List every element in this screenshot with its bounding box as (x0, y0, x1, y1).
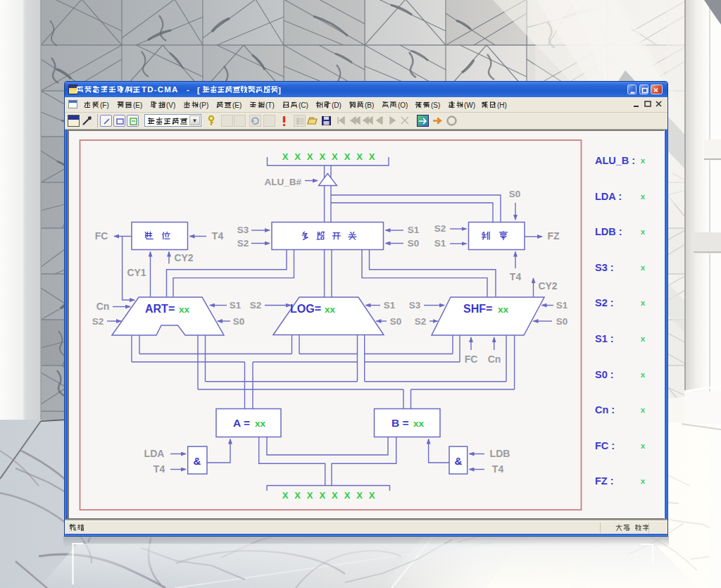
svg-text:S2: S2 (434, 223, 446, 234)
svg-text:X: X (306, 151, 313, 162)
svg-text:S0: S0 (232, 316, 244, 327)
svg-text:X: X (319, 151, 325, 162)
svg-text:X: X (294, 490, 301, 501)
svg-text:xx: xx (498, 304, 509, 315)
svg-text:X: X (368, 490, 375, 501)
svg-text:FC: FC (464, 354, 477, 365)
svg-text:x: x (640, 334, 645, 343)
svg-text:T4: T4 (491, 463, 503, 475)
svg-text:S0: S0 (389, 316, 401, 327)
svg-text:Cn :: Cn : (595, 404, 615, 415)
svg-text:X: X (319, 490, 325, 501)
svg-text:(H): (H) (497, 101, 507, 109)
svg-text:x: x (640, 441, 645, 449)
svg-text:SHF=: SHF= (463, 303, 492, 315)
svg-text:FC: FC (94, 230, 108, 242)
svg-text:S2: S2 (414, 316, 426, 327)
svg-text:xx: xx (179, 304, 190, 315)
svg-text:LDA :: LDA : (595, 190, 622, 201)
svg-text:(P): (P) (199, 101, 208, 109)
svg-text:S1: S1 (383, 300, 395, 311)
svg-text:x: x (640, 192, 645, 200)
svg-text:T4: T4 (153, 463, 165, 475)
svg-text:(B): (B) (365, 101, 374, 109)
svg-text:x: x (640, 156, 645, 165)
svg-text:Cn: Cn (487, 354, 501, 365)
svg-text:x: x (640, 477, 645, 485)
svg-text:X: X (282, 151, 288, 162)
svg-text:(C): (C) (299, 101, 308, 109)
svg-text:x: x (640, 406, 645, 414)
svg-text:]: ] (278, 86, 281, 94)
svg-text:CY1: CY1 (127, 267, 146, 278)
svg-text:X: X (344, 490, 350, 501)
svg-text:(S): (S) (431, 101, 440, 109)
svg-text:FZ: FZ (547, 230, 560, 242)
svg-text:(E): (E) (133, 101, 142, 109)
svg-text:T4: T4 (509, 271, 521, 282)
svg-text:S1: S1 (556, 300, 568, 311)
svg-text:S3: S3 (408, 300, 420, 311)
svg-text:(V): (V) (166, 101, 175, 109)
svg-text:A =: A = (233, 417, 250, 429)
svg-text:LDB: LDB (489, 448, 510, 459)
svg-text:-: - (187, 85, 189, 94)
svg-text:(O): (O) (398, 101, 408, 109)
svg-text:ART=: ART= (145, 303, 175, 315)
svg-text:(T): (T) (265, 101, 275, 109)
svg-text:x: x (640, 370, 645, 378)
svg-text:xx: xx (325, 304, 336, 315)
svg-text:X: X (332, 490, 338, 501)
svg-text:x: x (640, 263, 645, 271)
svg-text:X: X (282, 490, 288, 501)
svg-text:B =: B = (391, 417, 409, 429)
svg-text:x: x (640, 299, 645, 307)
svg-text:X: X (294, 151, 301, 162)
svg-text:S3 :: S3 : (595, 261, 614, 273)
svg-text:FZ :: FZ : (595, 475, 614, 487)
svg-text:S2: S2 (92, 316, 104, 327)
svg-text:S0 :: S0 : (595, 368, 614, 380)
svg-text:S2: S2 (249, 300, 261, 311)
svg-text:X: X (344, 151, 350, 162)
svg-text:S0: S0 (407, 238, 419, 249)
svg-text:S0: S0 (508, 189, 520, 199)
svg-text:S3: S3 (237, 225, 249, 235)
svg-text:LOG=: LOG= (290, 303, 321, 315)
svg-text:Cn: Cn (96, 301, 109, 312)
svg-text:LDB :: LDB : (595, 226, 622, 237)
svg-text:xx: xx (413, 418, 425, 429)
svg-text:LDA: LDA (144, 448, 164, 459)
svg-text:S1: S1 (434, 238, 446, 249)
svg-text:(E): (E) (232, 101, 242, 109)
svg-text:CY2: CY2 (174, 252, 193, 263)
svg-text:T4: T4 (211, 230, 223, 242)
svg-text:S1: S1 (229, 300, 241, 311)
svg-text:FC :: FC : (595, 439, 615, 451)
svg-text:&: & (454, 455, 462, 467)
svg-text:X: X (306, 490, 313, 501)
svg-text:X: X (332, 151, 338, 162)
svg-text:TD-CMA: TD-CMA (142, 85, 179, 94)
svg-text:x: x (640, 227, 645, 236)
svg-text:X: X (368, 151, 375, 162)
svg-text:ALU_B :: ALU_B : (595, 155, 635, 166)
svg-text:(W): (W) (464, 101, 475, 109)
svg-text:S1: S1 (407, 225, 419, 235)
svg-text:(D): (D) (332, 101, 341, 109)
svg-text:&: & (193, 455, 201, 467)
svg-text:S0: S0 (556, 316, 568, 327)
svg-text:(F): (F) (100, 101, 109, 109)
svg-text:X: X (356, 151, 363, 162)
svg-text:X: X (356, 490, 363, 501)
svg-text:S2 :: S2 : (595, 297, 614, 308)
svg-text:CY2: CY2 (538, 280, 557, 292)
svg-text:S2: S2 (237, 238, 249, 249)
svg-text:ALU_B#: ALU_B# (264, 177, 301, 187)
svg-text:xx: xx (255, 418, 266, 429)
svg-text:[: [ (197, 86, 200, 94)
svg-text:S1 :: S1 : (595, 333, 614, 344)
